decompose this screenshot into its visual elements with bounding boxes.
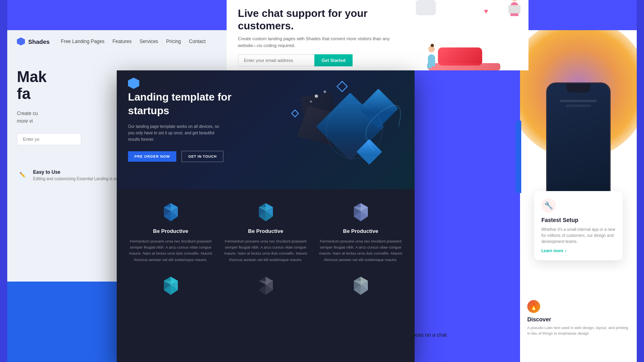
center-features-grid: Be Productive Fermentum posuere urna nec…	[117, 189, 415, 275]
feature-title-3: Be Productive	[318, 228, 403, 234]
gem-svg-row2-1	[160, 275, 182, 297]
shades-nav-links: Free Landing Pages Features Services Pri…	[61, 39, 206, 44]
discover-desc: A pseudo-Latin text used in web design, …	[527, 325, 630, 337]
heart-icon: ♥	[484, 7, 488, 16]
shape-dot1	[315, 95, 318, 98]
feature-desc-1: Fermentum posuere urna nec tincidunt pra…	[128, 238, 213, 263]
pre-order-button[interactable]: PRE ORDER NOW	[128, 151, 176, 162]
top-center-description: Create custom landing pages with Shades …	[238, 35, 405, 49]
feature-icon-row2-1	[128, 275, 213, 302]
center-header: Landing template for startups Our landin…	[117, 70, 415, 189]
gem-svg-3	[350, 201, 372, 223]
nav-free-landing[interactable]: Free Landing Pages	[61, 39, 104, 44]
feature-icon-3	[350, 201, 372, 223]
fastest-setup-title: Fastest Setup	[541, 217, 615, 223]
get-started-button[interactable]: Get Started	[314, 54, 353, 66]
gem-svg-2	[255, 201, 277, 223]
feature-title-2: Be Productive	[223, 228, 308, 234]
feature-icon-1	[160, 201, 182, 223]
fastest-setup-desc: Whether it's a small internal app or a n…	[541, 226, 615, 245]
blue-accent-right	[516, 121, 521, 193]
center-headline: Landing template for startups	[128, 90, 241, 118]
top-illustration: ♥	[416, 0, 528, 70]
top-email-input[interactable]	[238, 54, 314, 66]
feature-desc-2: Fermentum posuere urna nec tincidunt pra…	[223, 238, 308, 263]
right-panel: 🔧 Fastest Setup Whether it's a small int…	[520, 30, 637, 362]
center-dark-panel: Landing template for startups Our landin…	[117, 70, 415, 362]
right-border-bar	[637, 0, 644, 362]
shape-dot2	[324, 90, 326, 93]
shades-navbar: Shades Free Landing Pages Features Servi…	[7, 30, 231, 53]
chevron-right-icon: ›	[565, 249, 566, 253]
feature-icon-row2-3	[318, 275, 403, 302]
nav-features[interactable]: Features	[112, 39, 131, 44]
feature-desc-3: Fermentum posuere urna nec tincidunt pra…	[318, 238, 403, 263]
get-in-touch-button[interactable]: GET IN TOUCH	[182, 151, 223, 162]
shades-hero-desc: Create cumore vi	[17, 110, 122, 125]
headline-line1: Mak	[17, 68, 47, 85]
left-border-bar	[0, 0, 7, 362]
nav-contact[interactable]: Contact	[189, 39, 206, 44]
gem-svg-row2-3	[350, 275, 372, 297]
nav-pricing[interactable]: Pricing	[166, 39, 181, 44]
feature-icon-row2-2	[223, 275, 308, 302]
shapes-container	[254, 70, 415, 189]
bottom-partial-desc: nces on a chat	[413, 332, 513, 338]
feature-title-1: Be Productive	[128, 228, 213, 234]
shape-dot3	[310, 101, 312, 103]
feature-icon-2	[255, 201, 277, 223]
tools-icon: 🔧	[541, 198, 556, 213]
bottom-partial-text: nces on a chat	[413, 332, 513, 338]
discover-icon: 🔥	[527, 300, 540, 313]
top-center-headline: Live chat support for your customers.	[238, 7, 405, 32]
gem-svg-1	[160, 201, 182, 223]
pencil-icon	[17, 169, 28, 181]
discover-section: 🔥 Discover A pseudo-Latin text used in w…	[520, 294, 637, 362]
center-hero-text: Landing template for startups Our landin…	[128, 90, 241, 162]
learn-more-text: Learn more	[541, 249, 563, 253]
feature-card-3: Be Productive Fermentum posuere urna nec…	[318, 201, 403, 263]
shape-diamond-outline2	[291, 109, 299, 117]
feature-card-2: Be Productive Fermentum posuere urna nec…	[223, 201, 308, 263]
gem-svg-row2-2	[255, 275, 277, 297]
phone-notch	[566, 84, 590, 93]
top-center-panel: Live chat support for your customers. Cr…	[227, 0, 528, 70]
fastest-setup-card: 🔧 Fastest Setup Whether it's a small int…	[534, 191, 623, 260]
shades-logo-icon	[17, 37, 25, 45]
chat-bubble-gray	[416, 0, 436, 15]
feature-card-1: Be Productive Fermentum posuere urna nec…	[128, 201, 213, 263]
shades-logo: Shades	[17, 37, 50, 45]
center-features-row2	[117, 275, 415, 310]
headline-line2: fa	[17, 85, 31, 102]
discover-title: Discover	[527, 316, 630, 323]
shape-diamond-outline	[336, 81, 348, 92]
center-description: Our landing page template works on all d…	[128, 123, 225, 143]
center-logo-icon	[128, 78, 139, 89]
learn-more-link[interactable]: Learn more ›	[541, 249, 615, 253]
shades-email-input[interactable]	[17, 133, 81, 145]
phone-screen	[547, 84, 609, 206]
nav-services[interactable]: Services	[140, 39, 158, 44]
phone-mockup	[546, 82, 611, 207]
shades-logo-text: Shades	[28, 38, 50, 45]
